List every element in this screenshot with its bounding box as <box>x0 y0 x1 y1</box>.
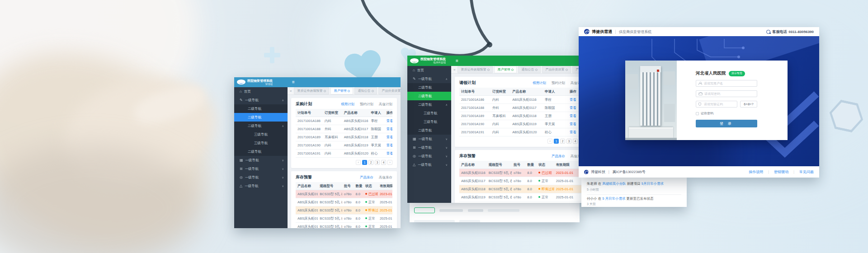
sidebar-item[interactable]: ▦一级导航∨ <box>234 156 288 164</box>
column-header: 产品名称 <box>342 109 369 117</box>
footer-link-faq[interactable]: 常见问题 <box>799 169 814 174</box>
view-link[interactable]: 查看 <box>387 151 392 155</box>
hamburger-icon[interactable]: ≡ <box>456 59 458 63</box>
pager-page-button[interactable]: 1 <box>362 160 367 165</box>
tab[interactable]: 通知公告 <box>518 66 541 73</box>
view-link[interactable]: 查看 <box>387 135 392 139</box>
view-link[interactable]: 查看 <box>570 114 576 118</box>
sidebar-item[interactable]: △一级导航∨ <box>234 182 288 190</box>
card-link[interactable]: 高值计划 <box>379 102 392 107</box>
username-input[interactable] <box>703 81 755 85</box>
sidebar-item[interactable]: ✎一级导航∧ <box>407 75 451 83</box>
feed-link[interactable]: 5 月日常小需求 <box>602 197 625 201</box>
sidebar-item[interactable]: ⊞一级导航∨ <box>234 164 288 173</box>
sidebar-item[interactable]: 三级导航 <box>234 130 288 139</box>
password-input[interactable] <box>703 92 755 96</box>
pager-page-button[interactable]: 1 <box>554 139 559 144</box>
tab[interactable]: 用户管理 <box>494 66 517 73</box>
view-link[interactable]: 查看 <box>387 119 392 123</box>
sidebar-item[interactable]: 三级导航 <box>407 117 451 126</box>
sidebar-item[interactable]: 三级导航 <box>407 109 451 117</box>
feed-link[interactable]: 风键精英小分队 <box>602 182 626 186</box>
partial-window-strip <box>410 203 580 222</box>
tab-close-icon[interactable] <box>535 69 538 71</box>
hamburger-icon[interactable]: ≡ <box>292 80 295 84</box>
tab[interactable]: 产品分类设置 <box>378 87 401 94</box>
view-link[interactable]: 查看 <box>387 127 392 131</box>
sidebar-item[interactable]: 三级导航 <box>234 139 288 147</box>
admin-dashboard-window: 医院物资管理系统 管理端 ≡ ⌂首页✎一级导航∧二级导航二级导航二级导航∧三级导… <box>234 77 401 228</box>
tab-close-icon[interactable] <box>372 90 374 92</box>
footer-logo-icon <box>584 170 589 174</box>
column-header: 产品名称 <box>510 88 543 96</box>
tab-close-icon[interactable] <box>348 90 350 92</box>
captcha-field[interactable] <box>696 101 737 108</box>
sidebar-item[interactable]: ⌂首页 <box>234 87 288 96</box>
view-link[interactable]: 查看 <box>570 106 576 110</box>
pager-page-button[interactable]: 2 <box>560 139 565 144</box>
tab-close-icon[interactable] <box>511 69 514 71</box>
pager-page-button[interactable]: 3 <box>375 160 380 165</box>
text-placeholder <box>488 209 519 212</box>
card-link[interactable]: 领用计划 <box>533 81 546 85</box>
sidebar-item[interactable]: ▦一级导航∨ <box>407 135 451 143</box>
sidebar-item[interactable]: △一级导航∨ <box>407 160 451 169</box>
plan-pagination: ‹1234› <box>296 160 392 165</box>
pager-page-button[interactable]: 2 <box>368 160 373 165</box>
pager-next-button[interactable]: › <box>387 160 392 165</box>
column-header: 产品名称 <box>459 161 487 169</box>
sidebar-item[interactable]: 二级导航∧ <box>407 100 451 109</box>
sidebar-item[interactable]: ◎一级导航∨ <box>407 152 451 160</box>
table-cell: 20171001A189 <box>459 112 491 120</box>
tab[interactable]: 资质证件效期预警 <box>294 87 329 94</box>
footer-link-manual[interactable]: 操作说明 <box>749 169 763 174</box>
sidebar-item[interactable]: ◎一级导航∨ <box>234 173 288 182</box>
password-field[interactable] <box>696 90 757 97</box>
tab-close-icon[interactable] <box>566 69 568 71</box>
view-link[interactable]: 查看 <box>570 98 576 102</box>
footer-link-keydriver[interactable]: 密钥驱动 <box>774 169 788 174</box>
sidebar-item[interactable]: 二级导航 <box>407 126 451 135</box>
username-field[interactable] <box>696 80 757 87</box>
card-link[interactable]: 预约计划 <box>552 81 565 85</box>
pager-prev-button[interactable]: ‹ <box>356 160 361 165</box>
card-link[interactable]: 产品库存 <box>552 154 565 159</box>
sidebar-item[interactable]: ✎一级导航∧ <box>234 96 288 104</box>
sidebar-item[interactable]: 二级导航 <box>234 104 288 113</box>
captcha-question[interactable]: 6+8=? <box>740 101 757 108</box>
feed-link[interactable]: 5月日常小需求 <box>642 182 664 186</box>
tab[interactable]: 资质证件效期预警 <box>458 66 493 73</box>
sidebar-item[interactable]: 二级导航 <box>407 83 451 92</box>
card-link[interactable]: 高值库存 <box>379 175 392 180</box>
tab-label: 通知公告 <box>358 89 370 93</box>
green-tag[interactable] <box>414 207 435 213</box>
view-link[interactable]: 查看 <box>387 143 392 147</box>
remember-checkbox[interactable] <box>696 112 699 115</box>
login-button[interactable]: 登 录 <box>696 120 757 127</box>
collapse-icon[interactable]: « <box>290 89 292 93</box>
card-link[interactable]: 领用计划 <box>341 102 354 107</box>
collapse-icon[interactable]: « <box>453 68 455 72</box>
pager-page-button[interactable]: 4 <box>381 160 386 165</box>
card-link[interactable]: 产品库存 <box>360 175 373 180</box>
pager-page-button[interactable]: 3 <box>566 139 571 144</box>
tab[interactable]: 用户管理 <box>330 87 353 94</box>
sidebar-item[interactable]: 二级导航∧ <box>234 122 288 130</box>
view-link[interactable]: 查看 <box>570 130 576 134</box>
table-cell: 8.0 <box>525 201 537 203</box>
tab[interactable]: 通知公告 <box>354 87 377 94</box>
card-link[interactable]: 预约计划 <box>360 102 373 107</box>
sidebar-item[interactable]: 二级导航 <box>234 113 288 122</box>
pager-prev-button[interactable]: ‹ <box>547 139 552 144</box>
pager-page-button[interactable]: 4 <box>573 139 578 144</box>
table-row: 20171001A189耳鼻喉科ABS床头柜0118王朋查看 <box>459 112 584 120</box>
captcha-input[interactable] <box>703 102 735 106</box>
sidebar-item[interactable]: ⊞一级导航∨ <box>407 143 451 152</box>
tab-close-icon[interactable] <box>324 90 326 92</box>
sidebar-item[interactable]: 二级导航 <box>407 92 451 100</box>
view-link[interactable]: 查看 <box>570 122 576 126</box>
sidebar-item[interactable]: 二级导航 <box>234 147 288 156</box>
tab[interactable]: 产品分类设置 <box>542 66 571 73</box>
tab-close-icon[interactable] <box>487 69 490 71</box>
sidebar-item[interactable]: ⌂首页 <box>407 66 451 75</box>
